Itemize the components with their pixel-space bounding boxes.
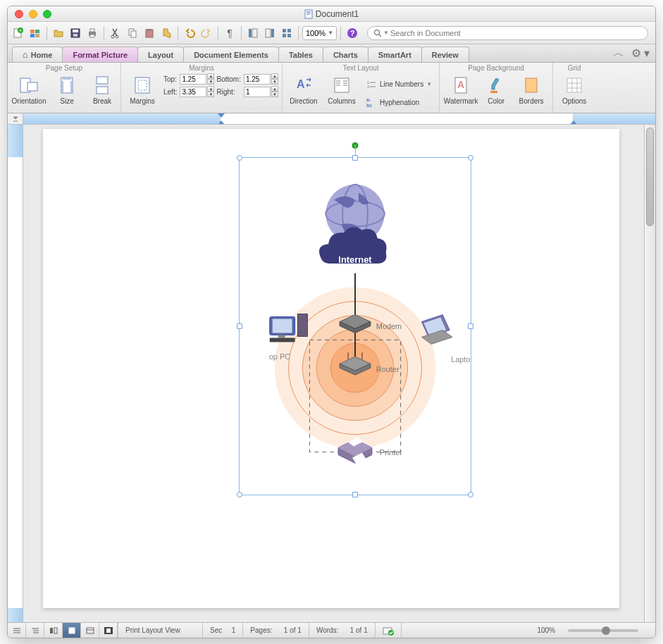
svg-rect-23 — [249, 29, 252, 37]
direction-button[interactable]: A Direction — [287, 73, 321, 105]
laptop-label: Lapto — [451, 355, 470, 364]
color-button[interactable]: Color — [482, 73, 510, 105]
margin-top-up[interactable]: ▲ — [207, 73, 214, 79]
columns-button[interactable]: Columns — [325, 73, 359, 105]
section-indicator[interactable]: Sec 1 — [203, 623, 243, 638]
sidebar-left-button[interactable] — [245, 25, 261, 41]
desktop-pc-label: op PC — [269, 352, 290, 361]
document-area[interactable]: Internet Modem — [23, 125, 644, 622]
margin-right-up[interactable]: ▲ — [271, 86, 278, 92]
orientation-button[interactable]: Orientation — [12, 73, 46, 105]
cut-button[interactable] — [108, 25, 123, 41]
vertical-ruler[interactable] — [8, 125, 23, 622]
borders-button[interactable]: Borders — [514, 73, 548, 105]
picture-selection[interactable]: Internet Modem — [239, 157, 471, 495]
statusbar: Print Layout View Sec 1 Pages: 1 of 1 Wo… — [8, 622, 655, 638]
paste-button[interactable] — [142, 25, 157, 41]
margin-right-input[interactable] — [244, 87, 271, 97]
zoom-level[interactable]: 100% — [530, 623, 562, 638]
svg-rect-82 — [273, 319, 292, 333]
pages-indicator[interactable]: Pages: 1 of 1 — [243, 623, 309, 638]
svg-rect-59 — [526, 78, 537, 92]
tab-layout[interactable]: Layout — [137, 47, 184, 62]
svg-rect-26 — [271, 29, 274, 37]
undo-button[interactable] — [182, 25, 197, 41]
svg-rect-80 — [297, 314, 307, 337]
margin-top-down[interactable]: ▼ — [207, 79, 214, 85]
view-focus-button[interactable] — [99, 623, 118, 638]
size-button[interactable]: Size — [50, 73, 84, 105]
svg-rect-15 — [90, 29, 94, 32]
hyphenation-icon: a-bc — [366, 97, 377, 108]
view-notebook-button[interactable] — [81, 623, 99, 638]
svg-rect-3 — [306, 14, 309, 15]
grid-options-button[interactable]: Options — [557, 73, 591, 105]
scrollbar-thumb[interactable] — [646, 128, 654, 226]
hyphenation-button[interactable]: a-bc Hyphenation — [363, 94, 435, 110]
open-button[interactable] — [51, 25, 66, 41]
ribbon: Page Setup Orientation Size Break Margin… — [8, 63, 655, 113]
zoom-dropdown[interactable]: 100% ▼ — [302, 26, 337, 40]
tab-smartart[interactable]: SmartArt — [368, 47, 422, 62]
group-grid: Grid Options — [553, 63, 595, 113]
horizontal-ruler[interactable] — [8, 113, 655, 125]
margin-left-down[interactable]: ▼ — [207, 92, 214, 97]
svg-rect-30 — [287, 34, 291, 37]
svg-rect-24 — [252, 29, 257, 37]
margin-left-input[interactable] — [180, 87, 206, 97]
templates-button[interactable] — [27, 25, 43, 41]
tab-home[interactable]: Home — [12, 47, 63, 62]
watermark-button[interactable]: A Watermark — [444, 73, 478, 105]
redo-button[interactable] — [199, 25, 214, 41]
left-margin-indicator[interactable] — [218, 113, 225, 125]
margins-button[interactable]: Margins — [125, 73, 159, 105]
format-painter-button[interactable] — [159, 25, 174, 41]
svg-rect-16 — [90, 35, 94, 37]
printer-label: Printer — [380, 448, 403, 457]
line-numbers-button[interactable]: 12 Line Numbers ▼ — [363, 76, 435, 92]
sidebar-right-button[interactable] — [262, 25, 278, 41]
ribbon-settings-button[interactable]: ⚙ ▾ — [631, 47, 650, 60]
tab-document-elements[interactable]: Document Elements — [183, 47, 279, 62]
view-publishing-button[interactable] — [44, 623, 63, 638]
spelling-status[interactable] — [376, 623, 402, 638]
svg-rect-38 — [97, 77, 108, 84]
new-document-button[interactable]: + — [11, 25, 26, 41]
right-margin-indicator[interactable] — [570, 113, 577, 125]
svg-rect-12 — [73, 30, 78, 32]
paragraph-marks-button[interactable]: ¶ — [222, 25, 237, 41]
ruler-corner[interactable] — [8, 113, 23, 124]
margin-bottom-down[interactable]: ▼ — [271, 79, 278, 85]
gallery-button[interactable] — [279, 25, 295, 41]
tab-format-picture[interactable]: Format Picture — [62, 47, 138, 62]
svg-rect-13 — [73, 34, 78, 37]
collapse-ribbon-button[interactable]: ︿ — [613, 46, 624, 61]
svg-rect-83 — [278, 335, 285, 338]
margin-left-up[interactable]: ▲ — [207, 86, 214, 92]
zoom-slider[interactable] — [568, 629, 638, 632]
help-button[interactable]: ? — [345, 25, 360, 41]
vertical-scrollbar[interactable] — [644, 125, 655, 622]
words-indicator[interactable]: Words: 1 of 1 — [309, 623, 376, 638]
tab-tables[interactable]: Tables — [278, 47, 323, 62]
view-draft-button[interactable] — [8, 623, 26, 638]
search-input[interactable] — [390, 29, 642, 37]
break-button[interactable]: Break — [88, 73, 116, 105]
copy-button[interactable] — [125, 25, 140, 41]
margin-top-input[interactable] — [180, 74, 206, 85]
svg-rect-58 — [490, 91, 497, 93]
save-button[interactable] — [68, 25, 83, 41]
svg-text:+: + — [19, 28, 22, 33]
tab-review[interactable]: Review — [421, 47, 469, 62]
page: Internet Modem — [43, 129, 619, 608]
margin-bottom-input[interactable] — [244, 74, 271, 85]
print-button[interactable] — [85, 25, 100, 41]
view-outline-button[interactable] — [26, 623, 44, 638]
view-buttons — [8, 623, 118, 638]
svg-text:A: A — [457, 79, 464, 90]
tab-charts[interactable]: Charts — [323, 47, 368, 62]
search-box[interactable]: ▼ — [367, 26, 648, 40]
margin-right-down[interactable]: ▼ — [271, 92, 278, 97]
view-print-layout-button[interactable] — [63, 623, 81, 638]
margin-bottom-up[interactable]: ▲ — [271, 73, 278, 79]
